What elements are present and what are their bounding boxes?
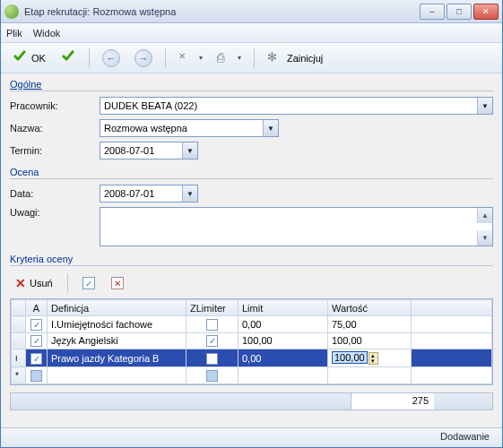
wand-icon <box>267 50 283 66</box>
cell-def[interactable]: Język Angielski <box>48 332 186 349</box>
criteria-grid: A Definicja ZLimiter Limit Wartość I.Umi… <box>10 298 493 385</box>
nazwa-select[interactable]: Rozmowa wstępna ▼ <box>100 119 279 137</box>
termin-date[interactable]: 2008-07-01 ▼ <box>100 142 198 159</box>
close-button[interactable]: ✕ <box>473 4 499 20</box>
checkbox-zlim[interactable] <box>206 353 218 365</box>
check-icon <box>60 50 76 66</box>
checkbox-zlim[interactable] <box>206 319 218 331</box>
row-header <box>12 300 26 316</box>
pracownik-label: Pracownik: <box>10 100 100 111</box>
totals-row: 275 <box>10 392 493 410</box>
termin-label: Termin: <box>10 145 100 156</box>
cell-wart[interactable]: 75,00 <box>328 316 412 333</box>
apply-button[interactable] <box>55 47 82 69</box>
cell-limit[interactable]: 0,00 <box>238 349 328 367</box>
tools-icon <box>178 50 195 66</box>
menu-file[interactable]: Plik <box>6 28 22 39</box>
check-icon <box>82 277 95 289</box>
print-button[interactable]: ▾ <box>212 47 247 69</box>
nazwa-label: Nazwa: <box>10 123 100 134</box>
checkbox-a[interactable] <box>30 353 42 365</box>
cell-def[interactable]: Prawo jazdy Kategoria B <box>48 349 186 367</box>
cell-wart[interactable]: 100,00 <box>328 332 412 349</box>
section-rating: Ocena <box>10 167 493 179</box>
data-value: 2008-07-01 <box>100 188 182 199</box>
status-mode: Dodawanie <box>440 431 490 442</box>
checkbox-zlim[interactable] <box>206 370 218 382</box>
toolbar: OK ← → ▾ ▾ Zainicjuj <box>1 43 502 73</box>
init-label: Zainicjuj <box>287 53 323 64</box>
data-label: Data: <box>10 188 100 199</box>
ok-label: OK <box>31 53 46 64</box>
table-row[interactable]: I.Umiejętności fachowe 0,00 75,00 <box>12 316 492 333</box>
ok-button[interactable]: OK <box>6 47 51 69</box>
arrow-right-icon: → <box>134 49 152 67</box>
pracownik-value: DUDEK BEATA (022) <box>100 100 477 111</box>
chevron-down-icon[interactable]: ▼ <box>477 98 492 114</box>
nazwa-value: Rozmowa wstępna <box>100 123 263 134</box>
app-icon <box>4 4 19 19</box>
maximize-button[interactable]: □ <box>447 4 472 20</box>
table-row[interactable]: I Prawo jazdy Kategoria B 0,00 100,00▴▾ <box>12 349 492 367</box>
termin-value: 2008-07-01 <box>100 145 182 156</box>
total-value: 275 <box>351 393 434 409</box>
titlebar: Etap rekrutacji: Rozmowa wstępna – □ ✕ <box>1 0 502 23</box>
check-icon <box>12 50 28 66</box>
tools-button[interactable]: ▾ <box>173 47 208 69</box>
menubar: Plik Widok <box>1 23 502 43</box>
col-limit[interactable]: Limit <box>238 300 328 316</box>
menu-view[interactable]: Widok <box>33 28 61 39</box>
print-icon <box>217 50 233 66</box>
delete-label: Usuń <box>30 278 53 289</box>
section-criteria: Kryteria oceny <box>10 254 493 266</box>
pracownik-select[interactable]: DUDEK BEATA (022) ▼ <box>100 97 493 115</box>
uncheck-all-button[interactable] <box>106 275 129 291</box>
checkbox-zlim[interactable] <box>206 335 218 347</box>
init-button[interactable]: Zainicjuj <box>262 47 328 69</box>
chevron-down-icon[interactable]: ▼ <box>182 185 197 202</box>
cell-limit[interactable]: 0,00 <box>238 316 328 333</box>
table-row-new[interactable]: * <box>12 367 492 384</box>
col-zlim[interactable]: ZLimiter <box>186 300 238 316</box>
chevron-down-icon[interactable]: ▼ <box>182 142 197 159</box>
col-wart[interactable]: Wartość <box>328 300 412 316</box>
checkbox-a[interactable] <box>30 370 42 382</box>
statusbar: Dodawanie <box>1 427 502 447</box>
arrow-left-icon: ← <box>102 49 120 67</box>
uwagi-label: Uwagi: <box>10 207 100 218</box>
checkbox-a[interactable] <box>30 319 42 331</box>
scroll-up-button[interactable]: ▲ <box>477 208 492 223</box>
x-box-icon <box>111 277 124 289</box>
forward-button[interactable]: → <box>129 47 158 70</box>
col-a[interactable]: A <box>26 300 48 316</box>
minimize-button[interactable]: – <box>420 4 445 20</box>
back-button[interactable]: ← <box>97 47 126 70</box>
window-title: Etap rekrutacji: Rozmowa wstępna <box>24 6 176 17</box>
x-icon: ✕ <box>15 276 26 290</box>
check-all-button[interactable] <box>77 275 100 291</box>
table-row[interactable]: Język Angielski 100,00 100,00 <box>12 332 492 349</box>
col-def[interactable]: Definicja <box>48 300 186 316</box>
cell-def[interactable]: I.Umiejętności fachowe <box>48 316 186 333</box>
stepper-icon[interactable]: ▴▾ <box>369 352 378 365</box>
uwagi-textarea[interactable]: ▲ ▼ <box>100 207 493 246</box>
cell-wart-editing[interactable]: 100,00▴▾ <box>328 349 412 367</box>
scroll-down-button[interactable]: ▼ <box>477 230 492 246</box>
section-general: Ogólne <box>10 79 493 91</box>
data-date[interactable]: 2008-07-01 ▼ <box>100 185 198 202</box>
chevron-down-icon[interactable]: ▼ <box>263 120 278 136</box>
col-spacer <box>412 300 492 316</box>
cell-wart-value[interactable]: 100,00 <box>332 351 368 364</box>
cell-limit[interactable]: 100,00 <box>238 332 328 349</box>
checkbox-a[interactable] <box>30 335 42 347</box>
delete-row-button[interactable]: ✕ Usuń <box>10 274 58 292</box>
